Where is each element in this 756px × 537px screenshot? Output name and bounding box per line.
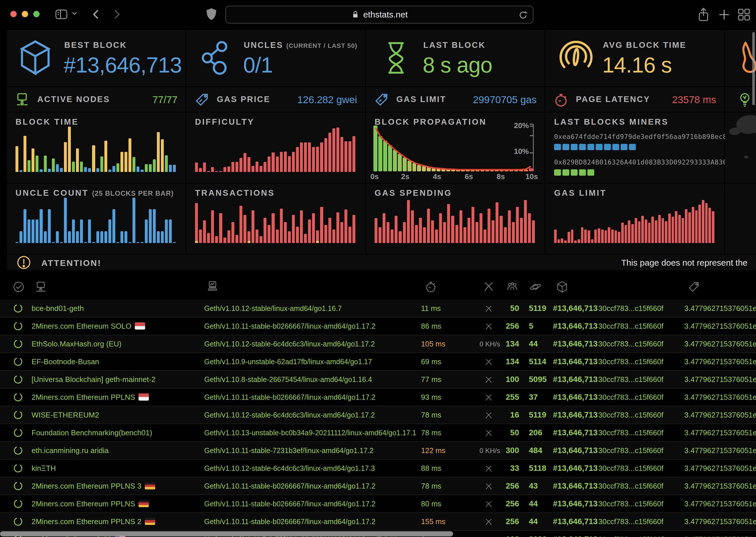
chart-bar [340,137,343,172]
chart-bar [153,159,156,172]
total-difficulty-column-icon[interactable] [687,280,700,293]
vertical-scrollbar[interactable] [752,32,755,105]
node-peers: 100 [497,371,519,388]
chart-bar [411,210,414,243]
zoom-window-button[interactable] [33,11,40,17]
attention-label: ATTENTION! [41,258,101,268]
url-text: ethstats.net [363,10,408,20]
node-pending: 44 [529,335,538,352]
chart-bar [199,229,202,243]
node-peers: 256 [497,317,519,335]
table-row[interactable]: kinΞTH Geth/v1.10.12-stable-6c4dc6c3/lin… [0,460,756,477]
node-name-column-icon[interactable] [34,280,47,293]
sidebar-toggle-icon[interactable] [55,8,68,21]
chart-bar [451,216,454,243]
table-row[interactable]: 2Miners.com Ethereum SOLO Geth/v1.10.11-… [0,317,756,335]
node-info-column-icon[interactable] [206,280,219,293]
chart-bar [207,233,210,243]
node-block: #13,646,713 [553,371,598,388]
chart-bar [227,230,230,243]
chevron-down-icon[interactable] [71,11,78,16]
table-row[interactable]: [Universa Blockchain] geth-mainnet-2 Get… [0,371,756,389]
forward-button[interactable] [110,8,123,21]
table-row[interactable]: eth.icanmining.ru aridia Geth/v1.10.11-s… [0,442,756,460]
chart-bar [333,128,335,172]
chart-bar [169,165,172,172]
lightbulb-icon [738,92,752,108]
chart-bar [284,151,287,172]
close-window-button[interactable] [10,11,17,17]
chart-bar [105,231,107,243]
chart-bar [578,239,580,243]
node-name: [Universa Blockchain] geth-mainnet-2 [31,371,156,388]
avg-block-time-value: 14.16 s [602,53,672,77]
chart-bar [304,143,307,172]
difficulty-chart-panel: DIFFICULTY [186,113,365,183]
chart-bar [16,242,18,243]
node-pending: 43 [529,477,538,495]
chart-bar [56,164,59,172]
horizontal-scrollbar[interactable] [0,531,453,536]
table-row[interactable]: 2Miners.com Ethereum PPLNS 2 Geth/v1.10.… [0,513,756,531]
last-seen-column-icon[interactable] [12,280,25,293]
node-status-icon [13,392,23,402]
last-blocks-miners-title: LAST BLOCKS MINERS [554,117,669,127]
node-peers: 16 [497,406,519,424]
chart-bar [352,215,355,243]
new-tab-icon[interactable] [717,8,731,22]
table-row[interactable]: WISE-ETHEREUM2 Geth/v1.10.12-stable-6c4d… [0,406,756,424]
browser-window: ethstats.net BEST BLOCK #13,646,713 UNCL… [0,0,756,537]
chart-bar [173,165,176,172]
chart-bar [35,220,38,243]
attention-message: This page does not represent the [621,258,747,268]
uncle-count-title: UNCLE COUNT (25 BLOCKS PER BAR) [16,188,173,198]
privacy-shield-icon[interactable] [204,7,219,21]
table-row[interactable]: 2Miners.com Ethereum PPLNS Geth/v1.10.11… [0,389,756,406]
chart-bar [72,220,75,243]
miner-entry[interactable]: 0xea674fdde714fd979de3edf0f56aa9716b898e… [554,132,718,141]
mining-column-icon[interactable] [482,280,495,293]
chart-bar [528,213,531,243]
node-latency: 69 ms [421,353,441,370]
flag-de [145,482,155,489]
tab-overview-icon[interactable] [736,8,751,22]
latency-column-icon[interactable] [424,280,437,293]
node-version: Geth/v1.10.9-unstable-62ad17fb/linux-amd… [204,353,372,370]
table-row[interactable]: EthSolo.MaxHash.org (EU) Geth/v1.10.12-s… [0,335,756,353]
node-name: eth.icanmining.ru aridia [31,442,109,459]
chart-bar [475,222,478,243]
active-nodes-panel: ACTIVE NODES 77/77 [7,87,186,112]
node-name: 2Miners.com Ethereum PPLNS [31,389,149,406]
gas-limit-panel: GAS LIMIT 29970705 gas [366,87,545,112]
chart-bar [464,227,466,243]
node-peers: 256 [497,477,519,495]
address-bar[interactable]: ethstats.net [225,6,533,23]
chart-bar [35,156,38,172]
share-icon[interactable] [696,8,711,22]
chart-bar [512,222,515,243]
pending-column-icon[interactable] [529,280,542,293]
gas-spending-title: GAS SPENDING [375,188,452,198]
back-button[interactable] [89,8,103,21]
cube-icon [17,39,54,77]
chart-bar [48,169,51,172]
miner-entry[interactable]: 0x829BD824B016326A401d083B33D092293333A8… [554,158,718,166]
reload-icon[interactable] [518,10,528,20]
minimize-window-button[interactable] [22,11,28,17]
node-peers: 256 [497,495,519,512]
table-row[interactable]: EF-Bootnode-Busan Geth/v1.10.9-unstable-… [0,353,756,371]
table-row[interactable]: Foundation Benchmarking(bench01) Geth/v1… [0,424,756,442]
chart-bar [708,208,711,243]
active-nodes-value: 77/77 [152,94,178,105]
uptime-panel [725,87,756,112]
peers-column-icon[interactable] [506,280,519,293]
table-row[interactable]: 2Miners.com Ethereum PPLNS Geth/v1.10.11… [0,495,756,513]
node-status-icon [13,516,23,526]
chart-bar [207,171,210,172]
pickaxe-icon [484,322,493,331]
table-row[interactable]: bce-bnd01-geth Geth/v1.10.12-stable/linu… [0,300,756,317]
table-row[interactable]: 2Miners.com Ethereum PPLNS 3 Geth/v1.10.… [0,477,756,495]
block-column-icon[interactable] [556,280,569,293]
node-block: #13,646,713 [553,335,598,352]
block-propagation-panel: BLOCK PROPAGATION 20% 10% 0s 2s 4s 6s 8s… [366,113,545,183]
